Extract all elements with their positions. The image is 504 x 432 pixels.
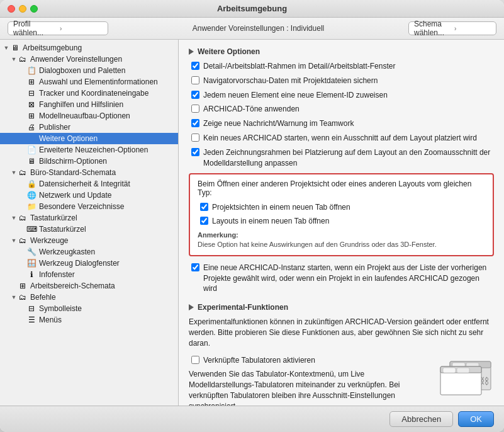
toggle-icon <box>10 214 18 222</box>
sidebar-item-arbeitsumgebung[interactable]: 🖥 Arbeitsumgebung <box>0 42 178 54</box>
sidebar-item-label: Tastaturkürzel <box>30 213 77 222</box>
sidebar-item-infofenster[interactable]: ℹ Infofenster <box>0 269 178 280</box>
weitere-icon <box>26 134 36 144</box>
box-option-label-1: Projektsichten in einem neuen Tab öffnen <box>212 202 350 213</box>
sidebar-item-label: Besondere Verzeichnisse <box>39 202 124 211</box>
sidebar-item-symbolleiste[interactable]: ⊟ Symbolleiste <box>0 303 178 314</box>
tab-diagram-svg: ⛓ <box>437 355 494 399</box>
sidebar-item-anwender[interactable]: 🗂 Anwender Voreinstellungen <box>0 54 178 65</box>
sidebar-item-label: Auswahl und Elementinformationen <box>39 77 158 86</box>
buero-icon: 🗂 <box>18 168 28 178</box>
toggle-icon <box>19 101 26 108</box>
schema-select[interactable]: Schema wählen... › <box>408 21 496 35</box>
sidebar-item-menues[interactable]: ☰ Menüs <box>0 314 178 326</box>
toggle-icon <box>19 135 26 142</box>
tracker-icon: ⊟ <box>26 88 36 98</box>
checkbox-opt2[interactable] <box>191 76 199 84</box>
sidebar-item-auswahl[interactable]: ⊞ Auswahl und Elementinformationen <box>0 76 178 88</box>
checkbox-box-opt2[interactable] <box>200 217 208 225</box>
anmerkung-text: Diese Option hat keine Auswirkungen auf … <box>198 241 437 248</box>
checkbox-box-opt1[interactable] <box>200 203 208 211</box>
tastatur-group-icon: 🗂 <box>18 213 28 223</box>
sidebar-item-tastatur-group[interactable]: 🗂 Tastaturkürzel <box>0 212 178 224</box>
exp-description: Experimentalfunktionen können in zukünft… <box>189 317 494 348</box>
sidebar-item-datensicherheit[interactable]: 🔒 Datensicherheit & Integrität <box>0 178 178 190</box>
toggle-icon <box>19 316 26 324</box>
toggle-icon <box>19 112 26 120</box>
exp-option-label: Verknüpfte Tabulatoren aktivieren <box>203 355 315 366</box>
option-label-3: Jedem neuen Element eine neue Element-ID… <box>203 90 388 101</box>
sidebar-item-werkzeug-dialog[interactable]: 🪟 Werkzeug Dialogfenster <box>0 258 178 269</box>
minimize-button[interactable] <box>19 5 26 13</box>
checkbox-opt7[interactable] <box>191 148 199 156</box>
sidebar-item-label: Modellneuaufbau-Optionen <box>39 111 130 120</box>
checkbox-opt6[interactable] <box>191 134 199 142</box>
option-row-7: Jeden Zeichnungsrahmen bei Platzierung a… <box>189 147 494 169</box>
sidebar-item-label: Werkzeuge <box>30 236 68 245</box>
ok-button[interactable]: OK <box>458 411 494 427</box>
toggle-icon <box>10 169 18 176</box>
fanghilfen-icon: ⊠ <box>26 99 36 110</box>
sidebar-item-arbeitsbereich[interactable]: ⊞ Arbeitsbereich-Schemata <box>0 280 178 292</box>
section-weitere-header: Weitere Optionen <box>189 47 494 56</box>
sidebar-item-werkzeugkasten[interactable]: 🔧 Werkzeugkasten <box>0 246 178 258</box>
option-label-instanz: Eine neue ARCHICAD-Instanz starten, wenn… <box>203 263 494 294</box>
sidebar-item-label: Anwender Voreinstellungen <box>30 55 122 64</box>
datensicherheit-icon: 🔒 <box>26 179 36 189</box>
option-label-1: Detail-/Arbeitsblatt-Rahmen im Detail/Ar… <box>203 61 395 72</box>
checkbox-exp-opt1[interactable] <box>191 356 199 364</box>
toggle-icon <box>19 203 26 210</box>
sidebar-item-label: Arbeitsumgebung <box>23 43 82 52</box>
sidebar-item-label: Tastaturkürzel <box>39 225 86 234</box>
checkbox-opt4[interactable] <box>191 105 199 113</box>
sidebar-item-fanghilfen[interactable]: ⊠ Fanghilfen und Hilfslinien <box>0 99 178 110</box>
exp-tab-area: Verknüpfte Tabulatoren aktivieren Verwen… <box>189 355 494 406</box>
sidebar-item-befehle[interactable]: 🗂 Befehle <box>0 292 178 303</box>
werkzeugkasten-icon: 🔧 <box>26 247 36 257</box>
experimental-section: Experimental-Funktionen Experimentalfunk… <box>189 303 494 406</box>
symbolleiste-icon: ⊟ <box>26 304 36 314</box>
checkbox-opt5[interactable] <box>191 119 199 127</box>
exp-option-row: Verknüpfte Tabulatoren aktivieren <box>189 355 431 366</box>
sidebar-item-buero[interactable]: 🗂 Büro-Standard-Schemata <box>0 167 178 178</box>
sidebar-item-bildschirm[interactable]: 🖥 Bildschirm-Optionen <box>0 156 178 167</box>
profile-select[interactable]: Profil wählen... › <box>8 21 108 35</box>
sidebar-item-werkzeuge-group[interactable]: 🗂 Werkzeuge <box>0 235 178 246</box>
besondere-icon: 📁 <box>26 202 36 212</box>
checkbox-opt3[interactable] <box>191 91 199 99</box>
toggle-icon <box>19 271 26 278</box>
anmerkung: Anmerkung: Diese Option hat keine Auswir… <box>198 230 485 250</box>
checkbox-opt1[interactable] <box>191 62 199 70</box>
sidebar-item-tracker[interactable]: ⊟ Tracker und Koordinateneingabe <box>0 88 178 99</box>
title-bar: Arbeitsumgebung <box>0 0 504 18</box>
sidebar-item-dialogboxen[interactable]: 📋 Dialogboxen und Paletten <box>0 65 178 76</box>
window-title: Arbeitsumgebung <box>217 4 287 13</box>
werkzeug-dialog-icon: 🪟 <box>26 258 36 268</box>
section-title: Weitere Optionen <box>198 47 260 56</box>
sidebar-item-besondere[interactable]: 📁 Besondere Verzeichnisse <box>0 201 178 212</box>
arbeitsumgebung-icon: 🖥 <box>10 43 20 53</box>
sidebar-item-modellneuaufbau[interactable]: ⊞ Modellneuaufbau-Optionen <box>0 110 178 122</box>
sidebar-item-label: Tracker und Koordinateneingabe <box>39 89 148 98</box>
checkbox-instanz[interactable] <box>191 263 199 271</box>
cancel-button[interactable]: Abbrechen <box>389 411 453 427</box>
sidebar-item-erweiterte[interactable]: 📄 Erweiterte Neuzeichen-Optionen <box>0 144 178 156</box>
toolbar: Profil wählen... › Anwender Voreinstellu… <box>0 18 504 40</box>
option-label-4: ARCHICAD-Töne anwenden <box>203 104 300 115</box>
sidebar-item-label: Erweiterte Neuzeichen-Optionen <box>39 145 148 154</box>
sidebar-item-tastatur[interactable]: ⌨ Tastaturkürzel <box>0 224 178 235</box>
sidebar-item-label: Büro-Standard-Schemata <box>30 168 116 177</box>
toggle-icon <box>10 55 18 63</box>
sidebar-item-label: Befehle <box>30 293 56 302</box>
svg-rect-7 <box>457 368 469 373</box>
option-row-2: Navigatorvorschau-Daten mit Projektdatei… <box>189 76 494 86</box>
close-button[interactable] <box>8 5 15 13</box>
arbeitsbereich-icon: ⊞ <box>18 281 28 291</box>
toggle-icon <box>19 191 26 199</box>
schema-arrow: › <box>454 25 492 32</box>
sidebar-item-publisher[interactable]: 🖨 Publisher <box>0 122 178 133</box>
sidebar-item-netzwerk[interactable]: 🌐 Netzwerk und Update <box>0 190 178 201</box>
maximize-button[interactable] <box>30 5 38 13</box>
infofenster-icon: ℹ <box>26 270 36 280</box>
sidebar-item-weitere-optionen[interactable]: Weitere Optionen <box>0 133 178 144</box>
